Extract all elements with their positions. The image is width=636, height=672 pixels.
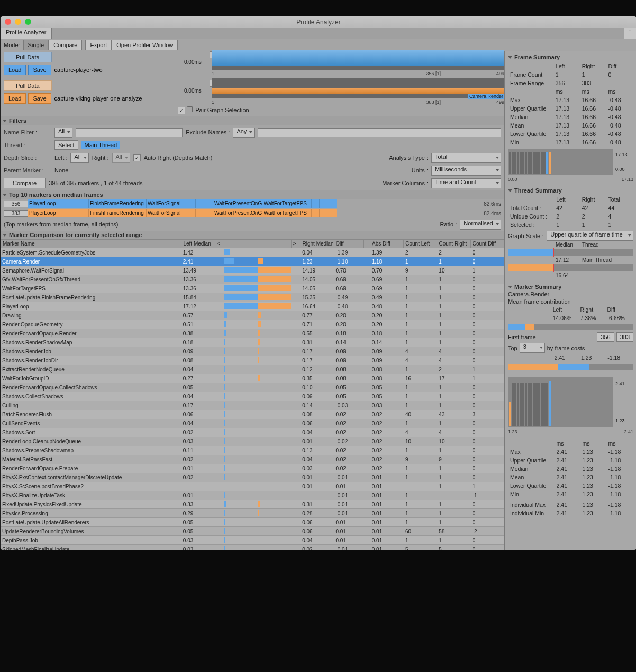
table-row[interactable]: Drawing0.570.770.200.20110: [1, 311, 504, 320]
top10-segment[interactable]: WaitForTargetFPS: [262, 199, 312, 208]
depth-left-dropdown[interactable]: All: [70, 153, 88, 163]
load-b-button[interactable]: Load: [4, 93, 26, 104]
top10-segment[interactable]: FinishFrameRendering: [89, 209, 147, 217]
top10-segment[interactable]: [331, 199, 337, 208]
save-b-button[interactable]: Save: [28, 93, 51, 104]
table-row[interactable]: RenderForwardOpaque.Prepare0.010.030.020…: [1, 464, 504, 473]
top10-segment[interactable]: WaitForTargetFPS: [262, 209, 312, 217]
top10-segment[interactable]: [325, 209, 331, 217]
thread-summary-header[interactable]: Thread Summary: [508, 186, 633, 195]
top10-row-b[interactable]: 383PlayerLoopFinishFrameRenderingWaitFor…: [4, 208, 501, 218]
analysis-type-dropdown[interactable]: Total: [431, 153, 501, 163]
graph-scale-dropdown[interactable]: Upper quartile of frame time: [547, 231, 633, 241]
top10-segment[interactable]: WaitForPresentOnGfxThread: [213, 199, 262, 208]
table-row[interactable]: SkinnedMeshFinalizeUpdate0.030.02-0.010.…: [1, 545, 504, 550]
frame-badge[interactable]: 356: [4, 201, 28, 207]
top10-segment[interactable]: [331, 209, 337, 217]
save-a-button[interactable]: Save: [28, 65, 51, 75]
top10-segment[interactable]: PlayerLoop: [28, 199, 89, 208]
table-row[interactable]: Material.SetPassFast0.020.040.020.02990: [1, 455, 504, 464]
column-header[interactable]: Marker Name: [1, 240, 181, 248]
top10-segment[interactable]: FinishFrameRendering: [89, 199, 147, 208]
open-profiler-button[interactable]: Open Profiler Window: [112, 40, 178, 50]
frame-summary-header[interactable]: Frame Summary: [508, 53, 633, 61]
load-a-button[interactable]: Load: [4, 65, 26, 75]
table-row[interactable]: Shadows.RenderJob0.090.170.090.09440: [1, 347, 504, 356]
frame-badge[interactable]: 383: [4, 210, 28, 217]
top10-segment[interactable]: WaitForPresentOnGfxThread: [213, 209, 262, 217]
top10-segment[interactable]: [320, 199, 325, 208]
table-row[interactable]: PhysX.ScScene.postBroadPhase2-0.010.010.…: [1, 482, 504, 491]
column-header[interactable]: Left Median: [181, 240, 215, 248]
table-row[interactable]: WaitForJobGroupID0.270.350.080.0816171: [1, 374, 504, 383]
table-row[interactable]: BatchRenderer.Flush0.060.080.020.0240433: [1, 410, 504, 419]
exclude-mode[interactable]: Any: [233, 128, 255, 138]
column-header[interactable]: <: [215, 240, 224, 248]
thread-select-button[interactable]: Select: [54, 140, 78, 150]
top10-segment[interactable]: PlayerLoop: [28, 209, 89, 217]
column-header[interactable]: Diff: [334, 240, 364, 248]
export-button[interactable]: Export: [85, 40, 112, 50]
table-row[interactable]: PhysX.PxsContext.contactManagerDiscreteU…: [1, 473, 504, 482]
table-row[interactable]: RenderForwardOpaque.Render0.380.550.180.…: [1, 329, 504, 338]
top10-segment[interactable]: [312, 209, 320, 217]
top-n-dropdown[interactable]: 3: [520, 343, 545, 353]
column-header[interactable]: Right Median: [301, 240, 334, 248]
name-filter-mode[interactable]: All: [54, 128, 72, 138]
frame-graph-b[interactable]: 1 383 [1] 499 Camera.Render: [212, 78, 504, 98]
first-frame-a-button[interactable]: 356: [597, 332, 614, 342]
units-dropdown[interactable]: Milliseconds: [431, 166, 501, 176]
table-row[interactable]: Shadows.Sort0.020.040.020.02440: [1, 428, 504, 437]
table-row[interactable]: CullSendEvents0.040.060.020.02110: [1, 419, 504, 428]
table-row[interactable]: PostLateUpdate.UpdateAllRenderers0.050.0…: [1, 518, 504, 527]
table-row[interactable]: Gfx.WaitForPresentOnGfxThread13.3614.050…: [1, 275, 504, 284]
auto-right-checkbox[interactable]: ✓: [133, 154, 141, 161]
tab-profile-analyzer[interactable]: Profile Analyzer: [1, 28, 52, 39]
table-row[interactable]: Camera.Render2.411.23-1.181.18110: [1, 257, 504, 266]
table-row[interactable]: RenderForwardOpaque.CollectShadows0.050.…: [1, 383, 504, 392]
compare-button[interactable]: Compare: [4, 178, 46, 188]
table-row[interactable]: WaitForTargetFPS13.3614.050.690.69110: [1, 284, 504, 293]
top10-segment[interactable]: WaitForSignal: [147, 199, 196, 208]
table-row[interactable]: ParticleSystem.ScheduleGeometryJobs1.420…: [1, 248, 504, 257]
thread-chip-main[interactable]: Main Thread: [81, 141, 121, 149]
table-row[interactable]: Shadows.CollectShadows0.040.090.050.0511…: [1, 392, 504, 401]
top10-row-a[interactable]: 356PlayerLoopFinishFrameRenderingWaitFor…: [4, 199, 501, 208]
marker-table-scroll[interactable]: ParticleSystem.ScheduleGeometryJobs1.420…: [1, 248, 504, 550]
table-row[interactable]: Shadows.RenderJobDir0.080.170.090.09440: [1, 356, 504, 365]
table-row[interactable]: PhysX.FinalizeUpdateTask0.01--0.010.011-…: [1, 491, 504, 500]
table-row[interactable]: Culling0.170.14-0.030.03110: [1, 401, 504, 410]
top10-segment[interactable]: [196, 199, 213, 208]
table-header-row[interactable]: Marker NameLeft Median<>Right MedianDiff…: [1, 240, 504, 248]
column-header[interactable]: >: [291, 240, 301, 248]
column-header[interactable]: Count Left: [404, 240, 437, 248]
table-row[interactable]: Shadows.RenderShadowMap0.180.310.140.141…: [1, 338, 504, 347]
pair-graph-checkbox[interactable]: ✓: [178, 107, 185, 114]
pull-data-b-button[interactable]: Pull Data: [4, 80, 52, 91]
frame-graph-a[interactable]: 1 356 [1] 499: [212, 50, 504, 70]
table-row[interactable]: Semaphore.WaitForSignal13.4914.190.700.7…: [1, 266, 504, 275]
exclude-input[interactable]: [258, 128, 501, 137]
top10-segment[interactable]: [320, 209, 325, 217]
table-row[interactable]: RenderLoop.CleanupNodeQueue0.030.01-0.02…: [1, 437, 504, 446]
top10-segment[interactable]: [196, 209, 213, 217]
table-row[interactable]: Physics.Processing0.290.28-0.010.01110: [1, 509, 504, 518]
camera-render-tag[interactable]: Camera.Render: [468, 94, 504, 99]
ratio-dropdown[interactable]: Normalised: [460, 220, 501, 230]
name-filter-input[interactable]: [76, 128, 183, 137]
close-icon[interactable]: [5, 19, 11, 25]
first-frame-b-button[interactable]: 383: [616, 332, 633, 342]
column-header[interactable]: [224, 240, 291, 248]
capture-a-name[interactable]: [53, 66, 151, 74]
top10-segment[interactable]: WaitForSignal: [147, 209, 196, 217]
marker-cmp-header[interactable]: Marker Comparison for currently selected…: [1, 231, 504, 239]
tab-menu-icon[interactable]: ⋮: [624, 28, 636, 39]
pull-data-a-button[interactable]: Pull Data: [4, 52, 52, 62]
table-row[interactable]: PlayerLoop17.1216.64-0.480.48110: [1, 302, 504, 311]
table-row[interactable]: UpdateRendererBoundingVolumes0.050.060.0…: [1, 527, 504, 536]
column-header[interactable]: [364, 240, 370, 248]
mode-compare-button[interactable]: Compare: [49, 40, 82, 50]
column-header[interactable]: Count Diff: [470, 240, 504, 248]
table-row[interactable]: Shadows.PrepareShadowmap0.110.130.020.02…: [1, 446, 504, 455]
capture-b-name[interactable]: [53, 95, 151, 102]
